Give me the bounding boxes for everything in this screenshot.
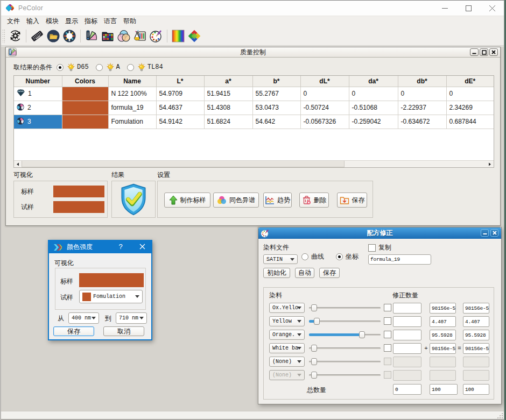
result-field[interactable]: 95.5928 — [463, 330, 489, 340]
dye-checkbox[interactable] — [384, 304, 391, 311]
horizontal-scrollbar[interactable] — [14, 160, 494, 167]
total-field-2[interactable]: 100 — [430, 384, 458, 395]
toolbar-grip[interactable] — [2, 29, 5, 43]
dye-checkbox[interactable] — [384, 317, 391, 325]
column-header[interactable]: Name — [108, 76, 156, 87]
column-header[interactable]: db* — [398, 76, 446, 87]
scrollbar-thumb[interactable] — [22, 161, 345, 167]
column-header[interactable]: dE* — [446, 76, 494, 87]
formula-name-field[interactable]: formula_19 — [368, 254, 431, 265]
rainbow-bars-icon[interactable] — [171, 29, 185, 43]
dye-slider[interactable] — [309, 343, 381, 353]
column-header[interactable]: dL* — [300, 76, 349, 87]
venn-circles-icon[interactable] — [117, 29, 131, 43]
radio-button[interactable] — [96, 64, 103, 71]
paint-palette-icon[interactable] — [149, 29, 163, 43]
strength-save-button[interactable]: 保存 — [53, 326, 94, 336]
total-field-3[interactable]: 100 — [463, 384, 489, 395]
radio-button[interactable] — [57, 64, 64, 71]
scrollbar-track[interactable] — [22, 161, 486, 167]
column-header[interactable]: Number — [14, 76, 62, 87]
save-button[interactable]: 保存 — [337, 193, 367, 208]
correction-input[interactable] — [393, 357, 421, 367]
amount-field[interactable]: 95.5928 — [430, 330, 456, 340]
slider-handle[interactable] — [311, 304, 317, 311]
slider-handle[interactable] — [314, 318, 320, 325]
formula-save-button[interactable]: 保存 — [319, 268, 340, 278]
dye-slider[interactable] — [309, 303, 381, 313]
slider-handle[interactable] — [359, 331, 365, 338]
radio-button[interactable] — [336, 253, 343, 260]
keyboard-icon[interactable] — [30, 29, 44, 43]
open-folder-icon[interactable] — [46, 29, 60, 43]
copy-checkbox[interactable] — [368, 244, 376, 252]
dye-checkbox[interactable] — [384, 344, 391, 352]
correction-input[interactable] — [393, 330, 421, 340]
menu-item[interactable]: 帮助 — [123, 16, 136, 27]
slider-handle[interactable] — [311, 345, 317, 352]
dye-dropdown[interactable]: Orange. — [269, 330, 305, 340]
swatch-fan-icon[interactable] — [85, 29, 99, 43]
strength-cancel-button[interactable]: 取消 — [103, 326, 144, 336]
strength-close-button[interactable] — [137, 243, 147, 251]
dye-slider[interactable] — [309, 357, 381, 367]
table-row[interactable]: 1 N 122 100% 54.970951.9415 55.27670 00 … — [14, 87, 494, 101]
menu-item[interactable]: 输入 — [26, 16, 39, 27]
result-field[interactable] — [463, 357, 489, 367]
help-button[interactable]: ? — [116, 243, 125, 251]
formula-titlebar[interactable]: 配方修正 — [258, 227, 501, 239]
menu-item[interactable]: 文件 — [7, 16, 20, 27]
dye-dropdown[interactable]: Ox.Yello — [269, 303, 305, 313]
radio-button[interactable] — [301, 253, 308, 260]
total-field-1[interactable]: 0 — [393, 384, 421, 395]
dye-slider[interactable] — [309, 330, 381, 340]
sync-settings-icon[interactable] — [8, 29, 22, 43]
trial-sample-dropdown[interactable]: Fomulation — [79, 290, 143, 303]
color-quad-icon[interactable] — [187, 29, 201, 43]
illuminant-option[interactable]: TL84 — [127, 63, 163, 72]
amount-field[interactable] — [430, 370, 456, 381]
dye-checkbox[interactable] — [384, 371, 391, 379]
strength-titlebar[interactable]: 颜色强度 ? — [49, 241, 151, 253]
coordinates-option[interactable]: 坐标 — [336, 252, 359, 261]
copy-option[interactable]: 复制 — [368, 243, 391, 252]
menu-item[interactable]: 模块 — [46, 16, 59, 27]
resize-grip[interactable] — [497, 412, 503, 418]
trend-button[interactable]: 趋势 — [263, 193, 292, 208]
minimize-button[interactable] — [433, 1, 456, 16]
auto-button[interactable]: 自动 — [295, 268, 314, 278]
column-header[interactable]: a* — [204, 76, 252, 87]
from-wavelength-dropdown[interactable]: 400 nm — [68, 312, 99, 324]
amount-field[interactable] — [430, 357, 456, 367]
result-field[interactable]: 98156e-5 — [463, 303, 489, 314]
qc-close-button[interactable] — [489, 48, 498, 56]
menu-item[interactable]: 语言 — [104, 16, 117, 27]
scroll-left-arrow[interactable] — [14, 161, 22, 167]
table-row[interactable]: 2 formula_19 54.463751.4308 53.0473-0.50… — [14, 101, 494, 115]
dye-dropdown[interactable]: White ba — [269, 343, 305, 353]
dye-file-dropdown[interactable]: SATIN — [263, 254, 298, 264]
column-header[interactable]: Colors — [62, 76, 108, 87]
dye-slider[interactable] — [309, 316, 381, 326]
result-field[interactable]: 4.407 — [463, 316, 489, 327]
palette-grid-icon[interactable] — [101, 29, 115, 43]
amount-field[interactable]: 98156e-5 — [430, 303, 456, 314]
table-row[interactable]: 3 Fomulation 54.914251.6824 54.642-0.056… — [14, 115, 494, 129]
dye-dropdown[interactable]: Yellow — [269, 316, 305, 326]
to-wavelength-dropdown[interactable]: 710 nm — [116, 312, 147, 324]
amount-field[interactable]: 4.407 — [430, 316, 456, 327]
menu-item[interactable]: 显示 — [65, 16, 78, 27]
column-header[interactable]: b* — [252, 76, 300, 87]
result-field[interactable] — [463, 370, 489, 381]
slider-handle[interactable] — [311, 358, 317, 365]
correction-input[interactable] — [393, 303, 421, 314]
qc-titlebar[interactable]: 质量控制 — [6, 47, 500, 58]
amount-field[interactable]: 98156e-5 — [430, 343, 456, 354]
slider-handle[interactable] — [311, 372, 317, 379]
dye-dropdown[interactable]: (None) — [269, 370, 305, 380]
color-wheel-icon[interactable] — [62, 29, 76, 43]
close-button[interactable] — [480, 1, 504, 16]
dye-checkbox[interactable] — [384, 331, 391, 338]
correction-input[interactable] — [393, 370, 421, 381]
result-field[interactable]: 98156e-5 — [463, 343, 489, 354]
